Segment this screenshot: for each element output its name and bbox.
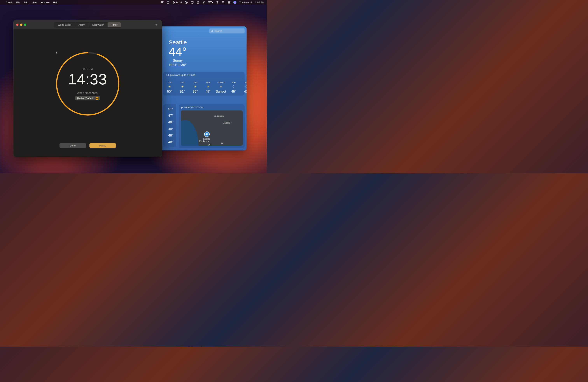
timer-sound-select[interactable]: Radar (Default) ▴▾ bbox=[75, 96, 100, 100]
timer-end-time: 1:21 PM bbox=[83, 67, 93, 70]
menubar-date[interactable]: Thu Nov 17 bbox=[239, 1, 252, 4]
svg-point-11 bbox=[211, 30, 213, 32]
tray-icon[interactable] bbox=[161, 1, 164, 4]
map-city-label: Edmonton bbox=[214, 115, 224, 117]
weather-hourly-card: nd gusts are up to 11 mph. 1PM ☀ 50°2PM … bbox=[163, 72, 245, 95]
menubar-item-view[interactable]: View bbox=[32, 1, 37, 4]
spotlight-icon[interactable] bbox=[222, 1, 225, 4]
sun-icon: ☀ bbox=[207, 85, 210, 88]
timer-remaining: 14:33 bbox=[68, 72, 107, 87]
done-button[interactable]: Done bbox=[60, 143, 86, 148]
tab-timer[interactable]: Timer bbox=[107, 22, 121, 27]
weather-precip-card: PRECIPITATION 44 Seattle EdmontonCalgary… bbox=[179, 104, 245, 149]
daily-temp-row: 48° bbox=[163, 132, 176, 139]
clock-window: World Clock Alarm Stopwatch Timer + 1:21… bbox=[13, 20, 162, 157]
tab-world-clock[interactable]: World Clock bbox=[54, 22, 75, 27]
tab-alarm[interactable]: Alarm bbox=[75, 22, 89, 27]
map-pin[interactable]: 44 bbox=[204, 131, 210, 137]
svg-rect-3 bbox=[191, 1, 193, 3]
window-minimize-button[interactable] bbox=[20, 23, 22, 26]
map-pin-label: Seattle bbox=[203, 138, 210, 140]
add-timer-button[interactable]: + bbox=[154, 22, 159, 27]
hourly-item: 6PM ☾ 43° bbox=[243, 81, 247, 94]
info-icon[interactable] bbox=[167, 1, 169, 4]
bell-icon bbox=[56, 52, 58, 54]
umbrella-icon bbox=[181, 106, 183, 109]
map-city-label: Portland bbox=[199, 140, 209, 142]
control-center-icon[interactable] bbox=[228, 1, 231, 4]
hourly-item: 3PM ☀ 50° bbox=[192, 81, 199, 94]
media-icon[interactable] bbox=[196, 1, 200, 4]
map-city-label: ID bbox=[221, 142, 223, 145]
precip-title-text: PRECIPITATION bbox=[184, 106, 203, 109]
sunset-icon: ☀ bbox=[220, 85, 222, 88]
clock-titlebar: World Clock Alarm Stopwatch Timer + bbox=[13, 20, 162, 29]
daily-temp-row: 47° bbox=[163, 112, 176, 119]
hourly-item: 5PM ☾ 45° bbox=[230, 81, 237, 94]
window-zoom-button[interactable] bbox=[24, 23, 26, 26]
wifi-icon[interactable] bbox=[216, 1, 219, 4]
menubar-timer-status[interactable]: 14:33 bbox=[172, 1, 182, 4]
timer-progress-ring: 1:21 PM 14:33 When timer ends: Radar (De… bbox=[56, 52, 120, 116]
menubar-item-window[interactable]: Window bbox=[41, 1, 50, 4]
menubar-app-name[interactable]: Clock bbox=[6, 1, 13, 4]
weather-search-input[interactable] bbox=[209, 28, 245, 33]
sun-icon: ☀ bbox=[181, 85, 184, 88]
daily-temp-row: 51° bbox=[163, 106, 176, 112]
svg-rect-6 bbox=[212, 2, 213, 3]
sun-icon: ☀ bbox=[168, 85, 171, 88]
weather-daily-temps: 51°47°48°48°48°48° bbox=[163, 104, 176, 147]
menubar: Clock File Edit View Window Help 14:33 T… bbox=[0, 0, 267, 5]
menubar-item-file[interactable]: File bbox=[16, 1, 20, 4]
svg-rect-10 bbox=[228, 2, 230, 3]
daily-temp-row: 48° bbox=[163, 139, 176, 146]
menubar-item-edit[interactable]: Edit bbox=[24, 1, 28, 4]
search-icon bbox=[211, 30, 213, 32]
menubar-timer-value: 14:33 bbox=[176, 1, 182, 4]
hourly-item: 1PM ☀ 50° bbox=[166, 81, 173, 94]
tab-stopwatch[interactable]: Stopwatch bbox=[89, 22, 108, 27]
hourly-item: 4:30PM ☀ Sunset bbox=[217, 81, 224, 94]
window-close-button[interactable] bbox=[16, 23, 19, 26]
weather-gust-text: nd gusts are up to 11 mph. bbox=[166, 74, 242, 76]
svg-point-7 bbox=[217, 3, 218, 3]
pause-button[interactable]: Pause bbox=[89, 143, 116, 148]
hourly-item: 4PM ☀ 48° bbox=[205, 81, 211, 94]
timer-sound-value: Radar (Default) bbox=[77, 97, 94, 100]
sun-icon: ☀ bbox=[194, 85, 197, 88]
menubar-time[interactable]: 1:06 PM bbox=[255, 1, 264, 4]
daily-temp-row: 48° bbox=[163, 126, 176, 132]
time-machine-icon[interactable] bbox=[185, 1, 188, 4]
svg-rect-9 bbox=[228, 1, 230, 2]
moon-icon: ☾ bbox=[245, 85, 247, 88]
map-city-label: OR bbox=[208, 144, 211, 146]
daily-temp-row: 48° bbox=[163, 119, 176, 126]
svg-point-8 bbox=[222, 1, 224, 3]
menubar-item-help[interactable]: Help bbox=[53, 1, 58, 4]
clock-tabs: World Clock Alarm Stopwatch Timer bbox=[54, 22, 121, 28]
siri-icon[interactable] bbox=[233, 1, 236, 4]
weather-search-field[interactable] bbox=[214, 30, 243, 32]
bluetooth-icon[interactable] bbox=[202, 1, 205, 4]
moon-icon: ☾ bbox=[232, 85, 235, 88]
map-city-label: Calgary bbox=[223, 122, 231, 124]
weather-map[interactable]: 44 Seattle EdmontonCalgaryPortlandORIDSa… bbox=[181, 110, 243, 146]
hourly-item: 2PM ☀ 51° bbox=[179, 81, 186, 94]
battery-icon[interactable] bbox=[208, 1, 213, 4]
stepper-icon: ▴▾ bbox=[96, 97, 98, 100]
timer-ends-label: When timer ends: bbox=[77, 91, 98, 95]
display-icon[interactable] bbox=[190, 1, 194, 4]
